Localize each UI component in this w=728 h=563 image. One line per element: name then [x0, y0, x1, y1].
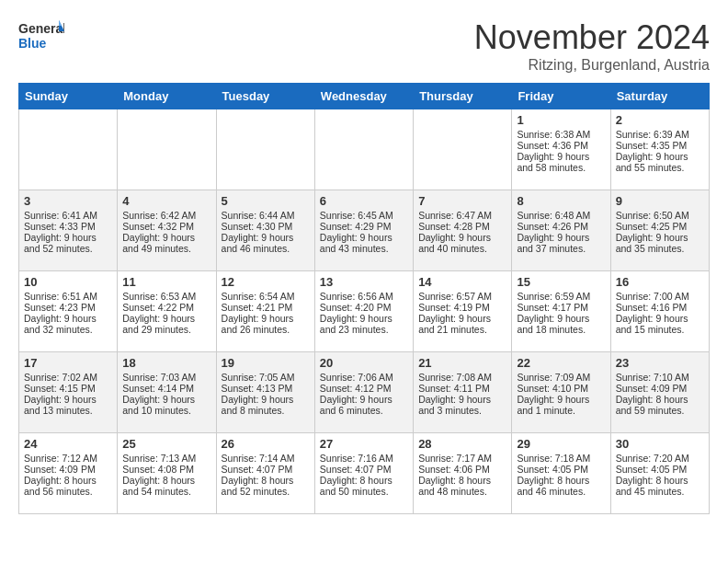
day-number: 2 [616, 113, 704, 127]
cell-content: Sunrise: 7:13 AM [122, 453, 210, 464]
cell-content: Sunrise: 6:48 AM [517, 210, 605, 221]
week-row-5: 24Sunrise: 7:12 AMSunset: 4:09 PMDayligh… [19, 433, 710, 514]
cell-content: Sunrise: 7:09 AM [517, 372, 605, 383]
cell-content: Sunrise: 6:44 AM [222, 210, 310, 221]
cell-content: Sunset: 4:15 PM [24, 383, 112, 394]
cell-content: Sunset: 4:13 PM [222, 383, 310, 394]
cell-content: Sunset: 4:06 PM [418, 464, 506, 475]
week-row-2: 3Sunrise: 6:41 AMSunset: 4:33 PMDaylight… [19, 190, 710, 271]
cell-content: Sunrise: 6:59 AM [517, 291, 605, 302]
calendar-cell: 25Sunrise: 7:13 AMSunset: 4:08 PMDayligh… [118, 433, 216, 514]
cell-content: Sunset: 4:33 PM [24, 221, 112, 232]
cell-content: Sunset: 4:16 PM [616, 302, 704, 313]
title-block: November 2024 Ritzing, Burgenland, Austr… [474, 18, 710, 74]
cell-content: and 43 minutes. [320, 243, 408, 254]
page-header: General Blue November 2024 Ritzing, Burg… [18, 18, 710, 74]
cell-content: Daylight: 8 hours [222, 475, 310, 486]
day-number: 13 [320, 275, 408, 289]
location: Ritzing, Burgenland, Austria [474, 57, 710, 74]
calendar-cell: 9Sunrise: 6:50 AMSunset: 4:25 PMDaylight… [610, 190, 709, 271]
day-number: 12 [222, 275, 310, 289]
day-number: 11 [122, 275, 210, 289]
cell-content: Sunrise: 6:50 AM [616, 210, 704, 221]
cell-content: Sunset: 4:32 PM [122, 221, 210, 232]
cell-content: Sunrise: 6:42 AM [122, 210, 210, 221]
week-row-4: 17Sunrise: 7:02 AMSunset: 4:15 PMDayligh… [19, 352, 710, 433]
cell-content: Daylight: 8 hours [418, 475, 506, 486]
day-number: 29 [517, 437, 605, 451]
day-number: 26 [222, 437, 310, 451]
header-row: SundayMondayTuesdayWednesdayThursdayFrid… [19, 84, 710, 109]
day-number: 24 [24, 437, 112, 451]
cell-content: Sunrise: 6:45 AM [320, 210, 408, 221]
cell-content: and 35 minutes. [616, 243, 704, 254]
cell-content: and 10 minutes. [122, 405, 210, 416]
cell-content: Sunset: 4:21 PM [222, 302, 310, 313]
day-number: 27 [320, 437, 408, 451]
month-title: November 2024 [474, 18, 710, 57]
cell-content: Sunrise: 7:20 AM [616, 453, 704, 464]
cell-content: Sunset: 4:05 PM [517, 464, 605, 475]
cell-content: Daylight: 9 hours [517, 151, 605, 162]
header-sunday: Sunday [19, 84, 118, 109]
cell-content: and 46 minutes. [517, 486, 605, 497]
cell-content: Daylight: 9 hours [320, 313, 408, 324]
cell-content: Sunset: 4:28 PM [418, 221, 506, 232]
calendar-cell: 22Sunrise: 7:09 AMSunset: 4:10 PMDayligh… [512, 352, 610, 433]
cell-content: Sunrise: 7:00 AM [616, 291, 704, 302]
cell-content: Sunset: 4:23 PM [24, 302, 112, 313]
calendar-cell: 16Sunrise: 7:00 AMSunset: 4:16 PMDayligh… [610, 271, 709, 352]
calendar-cell: 15Sunrise: 6:59 AMSunset: 4:17 PMDayligh… [512, 271, 610, 352]
calendar-cell: 18Sunrise: 7:03 AMSunset: 4:14 PMDayligh… [118, 352, 216, 433]
cell-content: Sunset: 4:20 PM [320, 302, 408, 313]
cell-content: Daylight: 9 hours [222, 394, 310, 405]
cell-content: and 48 minutes. [418, 486, 506, 497]
svg-text:General: General [18, 21, 64, 36]
cell-content: Daylight: 8 hours [24, 475, 112, 486]
header-saturday: Saturday [610, 84, 709, 109]
day-number: 18 [122, 356, 210, 370]
cell-content: Daylight: 9 hours [418, 313, 506, 324]
cell-content: Sunset: 4:36 PM [517, 140, 605, 151]
cell-content: and 1 minute. [517, 405, 605, 416]
cell-content: Sunrise: 7:05 AM [222, 372, 310, 383]
calendar-cell: 11Sunrise: 6:53 AMSunset: 4:22 PMDayligh… [118, 271, 216, 352]
calendar-cell: 28Sunrise: 7:17 AMSunset: 4:06 PMDayligh… [414, 433, 512, 514]
cell-content: Sunrise: 7:17 AM [418, 453, 506, 464]
cell-content: and 58 minutes. [517, 162, 605, 173]
cell-content: Sunset: 4:25 PM [616, 221, 704, 232]
day-number: 15 [517, 275, 605, 289]
cell-content: Daylight: 8 hours [517, 475, 605, 486]
calendar-cell: 29Sunrise: 7:18 AMSunset: 4:05 PMDayligh… [512, 433, 610, 514]
cell-content: Daylight: 9 hours [24, 313, 112, 324]
cell-content: and 54 minutes. [122, 486, 210, 497]
cell-content: Sunset: 4:08 PM [122, 464, 210, 475]
cell-content: and 56 minutes. [24, 486, 112, 497]
day-number: 17 [24, 356, 112, 370]
calendar-cell [118, 109, 216, 190]
cell-content: and 18 minutes. [517, 324, 605, 335]
cell-content: Daylight: 9 hours [616, 313, 704, 324]
cell-content: Sunrise: 7:10 AM [616, 372, 704, 383]
cell-content: Daylight: 9 hours [24, 394, 112, 405]
cell-content: Sunset: 4:07 PM [320, 464, 408, 475]
cell-content: and 23 minutes. [320, 324, 408, 335]
day-number: 21 [418, 356, 506, 370]
logo-svg: General Blue [18, 18, 64, 57]
cell-content: and 49 minutes. [122, 243, 210, 254]
calendar-cell: 7Sunrise: 6:47 AMSunset: 4:28 PMDaylight… [414, 190, 512, 271]
day-number: 14 [418, 275, 506, 289]
day-number: 28 [418, 437, 506, 451]
day-number: 5 [222, 194, 310, 208]
cell-content: Sunrise: 6:41 AM [24, 210, 112, 221]
calendar-cell [414, 109, 512, 190]
day-number: 6 [320, 194, 408, 208]
cell-content: Sunrise: 7:12 AM [24, 453, 112, 464]
calendar-cell: 17Sunrise: 7:02 AMSunset: 4:15 PMDayligh… [19, 352, 118, 433]
day-number: 4 [122, 194, 210, 208]
cell-content: and 37 minutes. [517, 243, 605, 254]
cell-content: Sunset: 4:22 PM [122, 302, 210, 313]
cell-content: and 52 minutes. [222, 486, 310, 497]
cell-content: and 8 minutes. [222, 405, 310, 416]
cell-content: Daylight: 9 hours [222, 313, 310, 324]
